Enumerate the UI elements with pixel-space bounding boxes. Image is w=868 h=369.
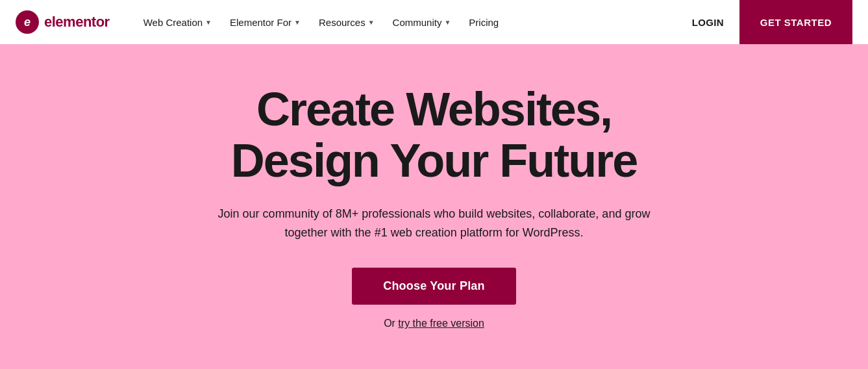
nav-label-web-creation: Web Creation <box>143 17 203 28</box>
chevron-down-icon: ▼ <box>444 19 451 26</box>
navbar: e elementor Web Creation ▼ Elementor For… <box>0 0 868 44</box>
nav-item-pricing[interactable]: Pricing <box>461 12 506 33</box>
logo-icon: e <box>16 10 39 34</box>
nav-links: Web Creation ▼ Elementor For ▼ Resources… <box>136 12 676 33</box>
nav-label-community: Community <box>393 17 442 28</box>
chevron-down-icon: ▼ <box>368 19 375 26</box>
nav-label-pricing: Pricing <box>469 17 499 28</box>
chevron-down-icon: ▼ <box>205 19 212 26</box>
nav-right: LOGIN GET STARTED <box>676 0 852 44</box>
hero-subtitle: Join our community of 8M+ professionals … <box>214 205 655 242</box>
nav-label-resources: Resources <box>319 17 366 28</box>
hero-title-line2: Design Your Future <box>231 134 637 186</box>
free-version-link[interactable]: try the free version <box>398 318 484 329</box>
hero-title-line1: Create Websites, <box>256 83 612 135</box>
hero-section: Create Websites, Design Your Future Join… <box>0 44 868 369</box>
nav-item-resources[interactable]: Resources ▼ <box>311 12 382 33</box>
choose-plan-button[interactable]: Choose Your Plan <box>352 268 516 305</box>
free-version-text: Or try the free version <box>384 318 484 329</box>
nav-item-community[interactable]: Community ▼ <box>385 12 459 33</box>
chevron-down-icon: ▼ <box>294 19 301 26</box>
get-started-button[interactable]: GET STARTED <box>739 0 852 44</box>
free-version-prefix: Or <box>384 318 398 329</box>
hero-title: Create Websites, Design Your Future <box>231 84 637 186</box>
nav-item-web-creation[interactable]: Web Creation ▼ <box>136 12 219 33</box>
logo[interactable]: e elementor <box>16 10 110 34</box>
nav-label-elementor-for: Elementor For <box>230 17 291 28</box>
nav-item-elementor-for[interactable]: Elementor For ▼ <box>222 12 308 33</box>
logo-text: elementor <box>44 14 110 31</box>
login-button[interactable]: LOGIN <box>676 10 739 34</box>
